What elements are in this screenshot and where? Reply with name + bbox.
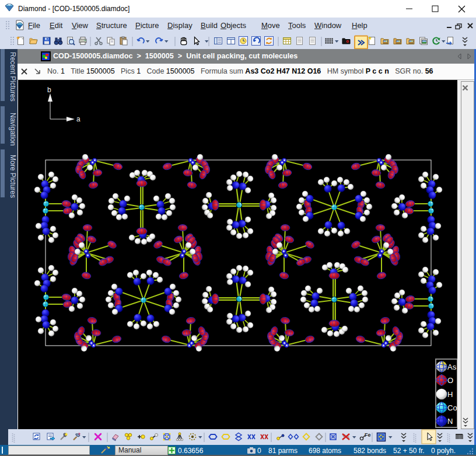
svg-text:H: H (447, 390, 453, 399)
svg-text:As: As (447, 363, 457, 371)
svg-text:a: a (76, 115, 80, 123)
svg-text:Fe: Fe (365, 432, 371, 438)
svg-text:O: O (447, 376, 453, 385)
svg-text:N: N (447, 417, 453, 426)
svg-text:Co: Co (447, 403, 457, 412)
svg-text:b: b (47, 86, 51, 94)
